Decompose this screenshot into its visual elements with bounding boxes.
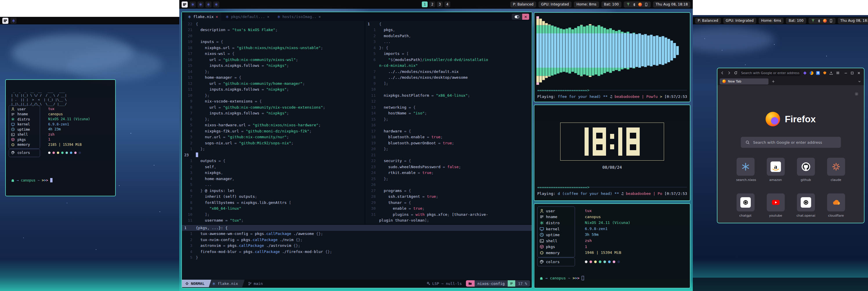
line-number: 6	[365, 58, 379, 62]
fetch-row: memory	[11, 142, 30, 148]
line-number: 9	[365, 81, 379, 86]
cloudflare-icon	[827, 194, 845, 211]
shortcut-label: claude	[827, 178, 845, 182]
nix-tag-icon[interactable]	[213, 1, 219, 7]
close-window-button[interactable]	[857, 70, 861, 75]
openai-icon	[737, 194, 754, 211]
personalize-gear-icon[interactable]	[855, 91, 859, 96]
line-number: 20	[182, 34, 196, 38]
fetch-row: uptime	[539, 232, 560, 238]
workspace-4[interactable]: 4	[444, 1, 450, 7]
editor-tab-pkgs-default-[interactable]: pkgs/default...✕	[222, 12, 273, 21]
code-line: 6 } @ inputs: let	[182, 187, 365, 194]
code-text: };	[196, 147, 205, 151]
shortcut-claude[interactable]: claude	[827, 158, 845, 182]
toggle-button[interactable]	[512, 13, 522, 20]
claude-icon	[827, 158, 845, 176]
firefox-logo	[766, 112, 780, 126]
line-number: 11	[365, 93, 379, 97]
code-text: security = {	[379, 158, 411, 163]
cava-visualizer-window[interactable]: ======================> Playing: ffee fo…	[534, 12, 690, 102]
code-line: 23 sudo.wheelNeedsPassword = false;	[365, 164, 532, 170]
fetch-row: uptime	[11, 127, 30, 132]
code-text: inputs.nixpkgs.follows = "nixpkgs";	[196, 63, 289, 68]
shortcut-chat-openai[interactable]: chat.openai	[797, 194, 815, 217]
tab-list-chevron[interactable]	[857, 79, 862, 84]
editor-tab-hosts-isoImag-[interactable]: hosts/isoImag..✕	[274, 12, 324, 21]
close-button[interactable]: ×	[522, 13, 529, 20]
code-line: 21 description = "tux's NixOS Flake";	[182, 27, 365, 33]
terminal-window-fastfetch-left[interactable]: _ _ _ __ __ ___ ___ | \| |(_) \ \/ / / _…	[5, 79, 116, 196]
shell-prompt[interactable]: → canopus ~ >>>	[539, 276, 584, 280]
url-bar[interactable]: Search with Google or enter address	[740, 70, 800, 76]
code-line: 8 ../../modules/nixos/desktop/awesome	[365, 75, 532, 81]
tab-new-tab[interactable]: New Tab	[720, 79, 769, 85]
code-line: 2 self,	[182, 164, 365, 170]
shortcut-amazon[interactable]: aamazon	[767, 158, 785, 182]
line-number: 1	[365, 28, 379, 32]
nix-tag-icon[interactable]	[197, 1, 204, 7]
back-button[interactable]	[720, 70, 725, 75]
workspace-2[interactable]: 2	[429, 1, 435, 7]
search-input[interactable]: Search with Google or enter address	[741, 137, 841, 148]
fetch-row: shell	[11, 132, 28, 137]
code-line: 20	[182, 33, 365, 39]
extension-icon-swirl[interactable]	[809, 70, 814, 75]
youtube-icon	[767, 194, 785, 211]
shortcut-youtube[interactable]: youtube	[767, 194, 785, 217]
nix-tag-icon[interactable]	[10, 18, 17, 24]
tty-clock-window[interactable]: 08/08/24 ======================> Playing…	[534, 105, 690, 201]
extension-icon-purple[interactable]	[803, 70, 807, 75]
line-number: 5	[182, 255, 196, 260]
nix-tag-icon[interactable]	[190, 1, 196, 7]
neovim-editor-window[interactable]: flake.nix✕pkgs/default...✕hosts/isoImag.…	[181, 11, 532, 288]
reload-button[interactable]	[734, 70, 738, 75]
shortcut-chatgpt[interactable]: chatgpt	[736, 194, 755, 217]
firefox-window[interactable]: Search with Google or enter address B Ne…	[717, 68, 865, 223]
nix-tag-icon[interactable]	[206, 1, 212, 7]
clock-pill: Thu Aug 08, 18:39	[838, 18, 868, 24]
code-text: bluetooth.powerOnBoot = true;	[379, 141, 454, 145]
extension-icon-shield[interactable]: B	[816, 70, 820, 75]
code-text: ...	[379, 39, 391, 44]
fetch-row: memory	[539, 250, 560, 256]
clock-date: 08/08/24	[534, 165, 690, 170]
color-dot	[70, 152, 72, 154]
code-text: nix-vscode-extensions = {	[196, 99, 262, 104]
scroll-icon	[508, 280, 515, 287]
code-line: 23	[182, 152, 365, 158]
layout-icon[interactable]	[2, 18, 8, 24]
line-number: 6	[182, 117, 196, 121]
line-number: 15	[182, 63, 196, 68]
extension-icon-fox[interactable]	[823, 70, 827, 75]
shortcut-search-nixos[interactable]: search.nixos	[736, 158, 755, 182]
terminal-window-fastfetch-right[interactable]: usertuxhnamecanopusdistroNixOS 24.11 (Vi…	[534, 203, 690, 288]
forward-button[interactable]	[727, 70, 731, 75]
minimize-button[interactable]	[844, 70, 848, 75]
code-line: 16 url = "github:nix-community/nixos-wsl…	[182, 57, 365, 63]
editor-tab-flake-nix[interactable]: flake.nix✕	[184, 12, 221, 21]
workspace-1[interactable]: 1	[422, 1, 428, 7]
clock-pill: Thu Aug 08, 18:18	[653, 1, 690, 7]
shortcut-github[interactable]: github	[797, 158, 815, 182]
line-number: 2	[182, 141, 196, 145]
editor-pane-iso-image[interactable]: 1{1 pkgs,2 modulesPath,3 ...4}: {5 impor…	[365, 21, 532, 224]
code-line: 9 nix-vscode-extensions = {	[182, 98, 365, 105]
firefox-wordmark: Firefox	[717, 112, 864, 126]
workspace-3[interactable]: 3	[437, 1, 443, 7]
menu-button[interactable]	[836, 70, 840, 75]
maximize-button[interactable]	[850, 70, 855, 75]
palette-icon	[11, 151, 18, 154]
new-tab-button[interactable]	[771, 79, 775, 84]
fetch-label: shell	[546, 239, 557, 243]
editor-pane-flake-nix[interactable]: 22{21 description = "tux's NixOS Flake";…	[182, 21, 365, 224]
shortcut-cloudflare[interactable]: cloudflare	[827, 194, 845, 217]
code-line: 16	[365, 122, 532, 128]
sidebar-icon[interactable]	[829, 70, 834, 75]
fetch-value: canopus	[585, 214, 601, 220]
shell-prompt[interactable]: → canopus ~ >>>	[11, 178, 53, 182]
fetch-label: user	[18, 107, 26, 111]
editor-pane-pkgs-default[interactable]: 1{pkgs, ...}: {1 tux-awesome-wm-config =…	[182, 225, 532, 280]
code-text: home-manager = {	[196, 75, 241, 80]
layout-icon[interactable]	[182, 1, 188, 7]
